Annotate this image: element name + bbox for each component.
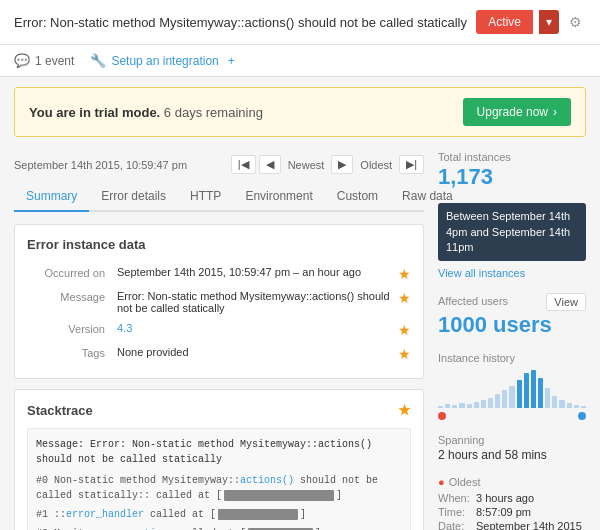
view-users-button[interactable]: View (546, 293, 586, 311)
error-instance-title-text: Error instance data (27, 237, 146, 252)
occurred-on-star[interactable]: ★ (398, 266, 411, 282)
version-row: Version 4.3 ★ (27, 318, 411, 342)
main-layout: September 14th 2015, 10:59:47 pm |◀ ◀ Ne… (0, 147, 600, 530)
oldest-when-row: When: 3 hours ago (438, 492, 586, 504)
entry1-prefix: #1 :: (36, 509, 66, 520)
date-range-text: Between September 14th 4pm and September… (446, 210, 570, 253)
tab-http[interactable]: HTTP (178, 182, 233, 212)
oldest-when-key: When: (438, 492, 470, 504)
header-controls: Active ▾ ⚙ (476, 10, 586, 34)
header: Error: Non-static method Mysitemyway::ac… (0, 0, 600, 45)
status-dropdown[interactable]: Active (476, 10, 533, 34)
stacktrace-error-line: Message: Error: Non-static method Mysite… (36, 437, 402, 467)
tags-row: Tags None provided ★ (27, 342, 411, 366)
spanning-label: Spanning (438, 434, 586, 446)
oldest-time-row: Time: 8:57:09 pm (438, 506, 586, 518)
chart-bar-5 (474, 402, 479, 408)
trial-days: 6 days remaining (164, 105, 263, 120)
stack-entry-0: #0 Non-static method Mysitemyway::action… (36, 473, 402, 503)
chart-bar-16 (552, 396, 557, 408)
chart-bar-11 (517, 380, 522, 408)
chart-bar-1 (445, 404, 450, 408)
stack-entry-2: #2 Mysitemyway::actions called at [] (36, 526, 402, 530)
instance-table: Occurred on September 14th 2015, 10:59:4… (27, 262, 411, 366)
entry0-path-redacted (224, 490, 334, 501)
upgrade-arrow: › (553, 105, 557, 119)
entry1-path-redacted (218, 509, 298, 520)
stacktrace-star[interactable]: ★ (398, 402, 411, 418)
chart-bar-17 (559, 400, 564, 408)
gear-button[interactable]: ⚙ (565, 10, 586, 34)
oldest-red-dot: ● (438, 476, 445, 488)
stacktrace-title: Stacktrace ★ (27, 402, 411, 418)
tab-custom[interactable]: Custom (325, 182, 390, 212)
error-instance-title: Error instance data (27, 237, 411, 252)
total-instances-value: 1,173 (438, 165, 586, 189)
history-chart (438, 370, 586, 408)
chart-bar-10 (509, 386, 514, 408)
total-instances-label: Total instances (438, 151, 586, 163)
chart-bar-15 (545, 388, 550, 408)
entry0-prefix: #0 Non-static method Mysitemyway:: (36, 475, 240, 486)
version-value: 4.3 ★ (117, 322, 411, 338)
affected-users-block: Affected users View 1000 users (438, 293, 586, 337)
occurred-on-value: September 14th 2015, 10:59:47 pm – an ho… (117, 266, 411, 282)
trial-text: You are in trial mode. 6 days remaining (29, 105, 263, 120)
trial-bold: You are in trial mode. (29, 105, 160, 120)
entry1-suffix: called at [ (144, 509, 216, 520)
chart-bar-8 (495, 394, 500, 408)
nav-row: September 14th 2015, 10:59:47 pm |◀ ◀ Ne… (14, 147, 424, 182)
right-panel: Total instances 1,173 Between September … (438, 147, 586, 530)
tab-error-details[interactable]: Error details (89, 182, 178, 212)
history-dot-row (438, 412, 586, 420)
chart-bar-4 (467, 404, 472, 408)
nav-last-button[interactable]: ▶| (399, 155, 424, 174)
version-text[interactable]: 4.3 (117, 322, 132, 334)
nav-newest-label: Newest (284, 159, 329, 171)
spanning-value: 2 hours and 58 mins (438, 448, 586, 462)
oldest-time-key: Time: (438, 506, 470, 518)
nav-next-button[interactable]: ▶ (331, 155, 353, 174)
tags-star[interactable]: ★ (398, 346, 411, 362)
nav-first-button[interactable]: |◀ (231, 155, 256, 174)
tab-environment[interactable]: Environment (233, 182, 324, 212)
event-icon: 💬 (14, 53, 30, 68)
entry0-method[interactable]: actions() (240, 475, 294, 486)
upgrade-button[interactable]: Upgrade now › (463, 98, 571, 126)
entry1-method[interactable]: error_handler (66, 509, 144, 520)
message-text: Error: Non-static method Mysitemyway::ac… (117, 290, 394, 314)
nav-controls: |◀ ◀ Newest ▶ Oldest ▶| (231, 155, 424, 174)
nav-prev-button[interactable]: ◀ (259, 155, 281, 174)
status-dropdown-arrow[interactable]: ▾ (539, 10, 559, 34)
setup-integration-link[interactable]: Setup an integration (111, 54, 218, 68)
add-integration-icon[interactable]: + (228, 54, 235, 68)
oldest-date-row: Date: September 14th 2015 (438, 520, 586, 530)
oldest-dot (438, 412, 446, 420)
date-range-box: Between September 14th 4pm and September… (438, 203, 586, 261)
occurred-on-text: September 14th 2015, 10:59:47 pm – an ho… (117, 266, 361, 278)
instance-history-block: Instance history (438, 352, 586, 420)
view-all-instances-link[interactable]: View all instances (438, 267, 586, 279)
newest-dot (578, 412, 586, 420)
left-panel: September 14th 2015, 10:59:47 pm |◀ ◀ Ne… (14, 147, 424, 530)
oldest-title: ● Oldest (438, 476, 586, 488)
tab-summary[interactable]: Summary (14, 182, 89, 212)
stacktrace-content: Message: Error: Non-static method Mysite… (27, 428, 411, 530)
chart-bar-0 (438, 406, 443, 408)
trial-banner: You are in trial mode. 6 days remaining … (14, 87, 586, 137)
message-star[interactable]: ★ (398, 290, 411, 306)
oldest-time-val: 8:57:09 pm (476, 506, 531, 518)
event-count-item: 💬 1 event (14, 53, 74, 68)
version-star[interactable]: ★ (398, 322, 411, 338)
oldest-section: ● Oldest When: 3 hours ago Time: 8:57:09… (438, 476, 586, 530)
event-count: 1 event (35, 54, 74, 68)
chart-bar-6 (481, 400, 486, 408)
affected-users-row: Affected users View (438, 293, 586, 311)
chart-bar-2 (452, 405, 457, 408)
version-label: Version (27, 322, 117, 335)
subheader: 💬 1 event 🔧 Setup an integration + (0, 45, 600, 77)
stacktrace-title-text: Stacktrace (27, 403, 93, 418)
affected-users-value: 1000 users (438, 313, 586, 337)
chart-bar-12 (524, 373, 529, 408)
page-title: Error: Non-static method Mysitemyway::ac… (14, 15, 467, 30)
